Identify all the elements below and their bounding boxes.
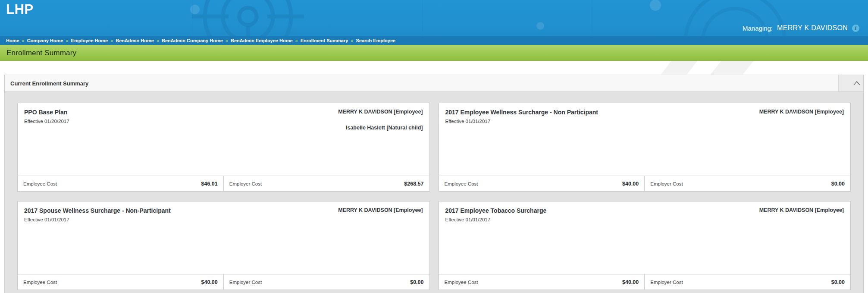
plan-participants: MERRY K DAVIDSON [Employee] xyxy=(338,207,423,213)
employer-cost-label: Employer Cost xyxy=(650,181,683,186)
participant-name: MERRY K DAVIDSON [Employee] xyxy=(338,207,423,213)
plan-effective-date: Effective 01/01/2017 xyxy=(445,119,844,124)
page-title: Enrollment Summary xyxy=(6,49,76,57)
plan-effective-date: Effective 01/01/2017 xyxy=(445,217,844,222)
enrollment-card-spouse-wellness-surcharge: 2017 Spouse Wellness Surcharge - Non-Par… xyxy=(17,201,430,290)
app-logo[interactable]: LHP xyxy=(6,2,34,17)
plan-participants: MERRY K DAVIDSON [Employee] xyxy=(759,109,844,115)
plan-participants: MERRY K DAVIDSON [Employee] Isabelle Has… xyxy=(338,109,423,131)
employer-cost-cell: Employer Cost $0.00 xyxy=(644,176,850,191)
plan-cost-footer: Employee Cost $40.00 Employer Cost $0.00 xyxy=(439,176,851,191)
chevron-up-icon xyxy=(853,81,861,86)
employer-cost-value: $0.00 xyxy=(831,279,845,285)
participant-name: MERRY K DAVIDSON [Employee] xyxy=(759,207,844,213)
breadcrumb-separator-icon: » xyxy=(295,38,298,43)
header-watermark-graphic xyxy=(0,0,868,36)
employee-cost-label: Employee Cost xyxy=(445,181,478,186)
app-header: LHP Managing: MERRY K DAVIDSON i xyxy=(0,0,868,36)
card-body: 2017 Employee Wellness Surcharge - Non P… xyxy=(439,103,851,176)
breadcrumb-item-enrollment-summary[interactable]: Enrollment Summary xyxy=(301,38,348,43)
card-body: 2017 Spouse Wellness Surcharge - Non-Par… xyxy=(18,202,429,274)
current-enrollment-summary-panel-header: Current Enrollment Summary xyxy=(4,75,864,92)
employer-cost-cell: Employer Cost $0.00 xyxy=(644,274,850,290)
employer-cost-value: $0.00 xyxy=(831,181,845,187)
employee-cost-label: Employee Cost xyxy=(23,280,57,285)
employee-cost-label: Employee Cost xyxy=(23,181,57,186)
info-icon[interactable]: i xyxy=(852,25,859,32)
page-title-bar: Enrollment Summary xyxy=(0,45,868,61)
card-body: 2017 Employee Tobacco Surcharge Effectiv… xyxy=(439,202,851,274)
plan-cost-footer: Employee Cost $40.00 Employer Cost $0.00 xyxy=(18,274,429,290)
breadcrumb-item-benadmin-company-home[interactable]: BenAdmin Company Home xyxy=(162,38,223,43)
panel-title: Current Enrollment Summary xyxy=(5,80,88,87)
background-watermark-shape xyxy=(659,61,699,75)
breadcrumb-separator-icon: » xyxy=(110,38,113,43)
employee-cost-cell: Employee Cost $40.00 xyxy=(18,274,223,290)
breadcrumb-item-benadmin-home[interactable]: BenAdmin Home xyxy=(116,38,154,43)
participant-name: MERRY K DAVIDSON [Employee] xyxy=(759,109,844,115)
enrollment-card-employee-tobacco-surcharge: 2017 Employee Tobacco Surcharge Effectiv… xyxy=(439,201,851,290)
card-body: PPO Base Plan Effective 01/20/2017 MERRY… xyxy=(18,103,429,176)
breadcrumb: Home » Company Home » Employee Home » Be… xyxy=(0,36,868,45)
employer-cost-label: Employer Cost xyxy=(650,280,683,285)
breadcrumb-separator-icon: » xyxy=(157,38,159,43)
employer-cost-label: Employer Cost xyxy=(229,280,262,285)
participant-name: Isabelle Haslett [Natural child] xyxy=(346,125,423,131)
plan-participants: MERRY K DAVIDSON [Employee] xyxy=(759,207,844,213)
employee-cost-cell: Employee Cost $40.00 xyxy=(439,176,645,191)
employer-cost-label: Employer Cost xyxy=(229,181,262,186)
breadcrumb-separator-icon: » xyxy=(66,38,68,43)
plan-cost-footer: Employee Cost $40.00 Employer Cost $0.00 xyxy=(439,274,851,290)
employee-cost-cell: Employee Cost $46.01 xyxy=(18,176,223,191)
employee-cost-label: Employee Cost xyxy=(445,280,478,285)
employer-cost-value: $0.00 xyxy=(410,279,423,285)
employee-cost-cell: Employee Cost $40.00 xyxy=(439,274,645,290)
breadcrumb-item-benadmin-employee-home[interactable]: BenAdmin Employee Home xyxy=(231,38,293,43)
enrollment-cards-grid: PPO Base Plan Effective 01/20/2017 MERRY… xyxy=(17,103,851,290)
plan-effective-date: Effective 01/01/2017 xyxy=(24,217,423,222)
employee-cost-value: $40.00 xyxy=(622,279,639,285)
breadcrumb-separator-icon: » xyxy=(22,38,25,43)
employee-cost-value: $40.00 xyxy=(201,279,218,285)
employer-cost-value: $268.57 xyxy=(404,181,423,187)
content-top-gap xyxy=(0,61,868,75)
employee-cost-value: $46.01 xyxy=(201,181,218,187)
managing-employee-name: MERRY K DAVIDSON xyxy=(777,24,848,32)
enrollment-card-ppo-base-plan: PPO Base Plan Effective 01/20/2017 MERRY… xyxy=(17,103,430,192)
enrollment-card-employee-wellness-surcharge: 2017 Employee Wellness Surcharge - Non P… xyxy=(439,103,851,192)
panel-collapse-button[interactable] xyxy=(838,75,863,91)
breadcrumb-item-search-employee[interactable]: Search Employee xyxy=(356,38,395,43)
background-watermark-shape xyxy=(709,61,755,75)
employee-cost-value: $40.00 xyxy=(622,181,639,187)
current-enrollment-summary-panel-body: PPO Base Plan Effective 01/20/2017 MERRY… xyxy=(4,92,864,293)
breadcrumb-separator-icon: » xyxy=(351,38,353,43)
employer-cost-cell: Employer Cost $0.00 xyxy=(223,274,429,290)
employer-cost-cell: Employer Cost $268.57 xyxy=(223,176,429,191)
breadcrumb-item-employee-home[interactable]: Employee Home xyxy=(71,38,108,43)
plan-cost-footer: Employee Cost $46.01 Employer Cost $268.… xyxy=(18,176,429,191)
breadcrumb-item-home[interactable]: Home xyxy=(6,38,19,43)
managing-label: Managing: xyxy=(743,25,773,32)
participant-name: MERRY K DAVIDSON [Employee] xyxy=(338,109,423,115)
breadcrumb-item-company-home[interactable]: Company Home xyxy=(27,38,63,43)
managing-indicator: Managing: MERRY K DAVIDSON i xyxy=(743,24,859,32)
breadcrumb-separator-icon: » xyxy=(226,38,228,43)
